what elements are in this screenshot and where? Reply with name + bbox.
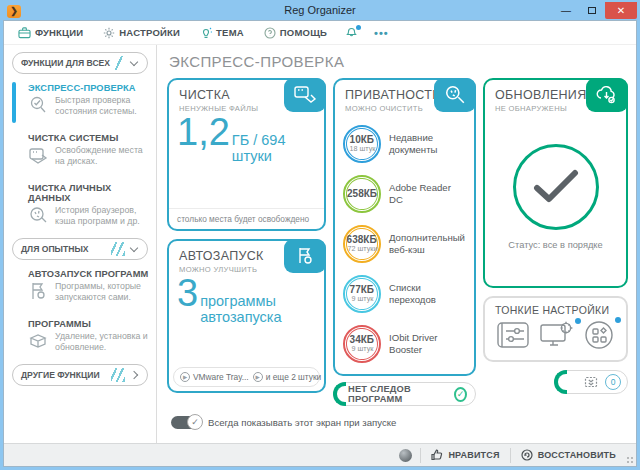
sidebar-item-title: ЧИСТКА СИСТЕМЫ [28, 133, 150, 143]
autostart-more-label: и еще 2 штуки [266, 372, 322, 382]
no-traces-label: НЕТ СЛЕДОВ ПРОГРАММ [348, 384, 448, 404]
statusbar: НРАВИТСЯ ВОССТАНОВИТЬ [4, 443, 636, 466]
menu-settings[interactable]: НАСТРОЙКИ [95, 22, 188, 44]
maximize-icon [588, 7, 596, 14]
item-count: 9 штук [352, 345, 374, 353]
flag-gear-icon [28, 281, 50, 305]
show-on-startup-toggle[interactable]: ✓ [171, 416, 201, 429]
privacy-item-jump-lists[interactable]: 77КБ 9 штук Списки переходов [343, 269, 466, 319]
sidebar-item-system-cleanup[interactable]: ЧИСТКА СИСТЕМЫ Освобождение места на дис… [4, 128, 156, 175]
section-all-label: ФУНКЦИИ ДЛЯ ВСЕХ [21, 58, 110, 68]
minimize-button[interactable]: — [553, 2, 579, 19]
theme-lamp-icon [200, 27, 212, 39]
sidebar-item-desc: Удаление, установка и обновление. [55, 331, 150, 355]
sidebar-section-other[interactable]: ДРУГИЕ ФУНКЦИИ [12, 364, 148, 386]
green-arc-decor [333, 382, 346, 406]
ok-check-circle [513, 144, 599, 230]
privacy-item-adobe-reader[interactable]: 258КБ Adobe Reader DC [343, 169, 466, 219]
autostart-count: 3 [177, 274, 198, 312]
notification-dot [575, 318, 581, 324]
flag-gear-corner-icon [284, 239, 326, 273]
active-indicator [12, 82, 16, 123]
sidebar-item-desc: История браузеров, кэша программ и др. [55, 205, 150, 229]
notification-dot [615, 317, 621, 323]
privacy-card[interactable]: ПРИВАТНОСТЬ МОЖНО ОЧИСТИТЬ 10КБ 18 штук [333, 78, 476, 376]
menubar: ФУНКЦИИ НАСТРОЙКИ ТЕМА ПОМОЩЬ ••• [4, 21, 636, 45]
autostart-unit: программы автозапуска [200, 293, 316, 325]
app-window: ❯ Reg Organizer — ✕ ФУНКЦИИ НАСТРОЙКИ ТЕ… [0, 0, 640, 470]
autostart-value: 3 программы автозапуска [169, 274, 324, 367]
cleaning-card[interactable]: ЧИСТКА НЕНУЖНЫЕ ФАЙЛЫ 1,2 ГБ / 694 штуки… [167, 78, 326, 231]
sidebar-section-all[interactable]: ФУНКЦИИ ДЛЯ ВСЕХ [12, 52, 148, 74]
menu-more-button[interactable]: ••• [368, 27, 395, 39]
autostart-footer: ▶ VMware Tray... ▶ и еще 2 штуки [173, 367, 320, 387]
sliders-panel-icon[interactable] [497, 322, 529, 352]
cloud-download-corner-icon [586, 78, 628, 112]
size-ring: 638КБ 72 штуки [343, 225, 381, 263]
restore-label: ВОССТАНОВИТЬ [538, 450, 616, 460]
gear-icon [103, 27, 115, 39]
sidebar-item-desc: Освобождение места на дисках. [55, 145, 150, 169]
item-label: IObit Driver Booster [389, 332, 466, 356]
check-circle-icon: ✓ [454, 387, 467, 402]
globe-icon[interactable] [399, 449, 412, 462]
stripes-decor [111, 56, 125, 70]
updates-card[interactable]: ОБНОВЛЕНИЯ НЕ ОБНАРУЖЕНЫ Статус: все в п… [483, 78, 628, 288]
cleaning-size: 1,2 [177, 113, 230, 151]
sidebar-item-title: ЭКСПРЕСС-ПРОВЕРКА [28, 83, 150, 93]
close-button[interactable]: ✕ [605, 2, 637, 19]
item-size: 258КБ [347, 189, 377, 200]
no-traces-pill[interactable]: НЕТ СЛЕДОВ ПРОГРАММ ✓ [333, 382, 476, 406]
monitor-gear-icon[interactable] [540, 321, 574, 353]
sidebar-item-express-check[interactable]: ЭКСПРЕСС-ПРОВЕРКА Быстрая проверка состо… [4, 78, 156, 125]
thumbs-up-icon [431, 449, 443, 461]
play-icon: ▶ [180, 372, 190, 382]
autostart-more-chip[interactable]: ▶ и еще 2 штуки [253, 372, 322, 382]
menu-help[interactable]: ПОМОЩЬ [256, 22, 335, 44]
privacy-item-recent-docs[interactable]: 10КБ 18 штук Недавние документы [343, 119, 466, 169]
green-arc-decor [554, 370, 567, 394]
menu-functions[interactable]: ФУНКЦИИ [10, 22, 91, 44]
sidebar-item-private-data[interactable]: ЧИСТКА ЛИЧНЫХ ДАННЫХ История браузеров, … [4, 178, 156, 235]
size-ring: 10КБ 18 штук [343, 125, 381, 163]
menu-theme[interactable]: ТЕМА [192, 22, 252, 44]
card-title: ТОНКИЕ НАСТРОЙКИ [495, 304, 616, 316]
privacy-list: 10КБ 18 штук Недавние документы [335, 113, 474, 369]
restore-icon [521, 449, 533, 461]
sidebar-section-advanced[interactable]: ДЛЯ ОПЫТНЫХ [12, 238, 148, 260]
cleaning-footer: столько места будет освобождено [169, 208, 324, 229]
toggle-label: Всегда показывать этот экран при запуске [208, 417, 396, 428]
apps-circle-icon[interactable] [584, 320, 614, 354]
startup-toggle-row: ✓ Всегда показывать этот экран при запус… [171, 416, 628, 429]
restore-button[interactable]: ВОССТАНОВИТЬ [511, 444, 626, 466]
chip-collapse-icon [583, 375, 599, 389]
window-frame: ФУНКЦИИ НАСТРОЙКИ ТЕМА ПОМОЩЬ ••• [3, 20, 637, 467]
check-icon [533, 169, 579, 205]
maximize-button[interactable] [579, 2, 605, 19]
page-title: ЭКСПРЕСС-ПРОВЕРКА [169, 53, 628, 70]
privacy-item-iobit[interactable]: 34КБ 9 штук IObit Driver Booster [343, 319, 466, 369]
menu-help-label: ПОМОЩЬ [280, 27, 327, 38]
autostart-card[interactable]: АВТОЗАПУСК МОЖНО УЛУЧШИТЬ 3 программы ав… [167, 239, 326, 393]
item-label: Недавние документы [389, 132, 466, 156]
notification-dot [356, 25, 361, 30]
tweaks-card[interactable]: ТОНКИЕ НАСТРОЙКИ [483, 296, 628, 362]
size-ring: 258КБ [343, 175, 381, 213]
sidebar-item-desc: Быстрая проверка состояния системы. [55, 95, 150, 119]
main-panel: ЭКСПРЕСС-ПРОВЕРКА ЧИСТКА НЕНУЖНЫЕ ФАЙЛЫ [157, 45, 636, 443]
menu-theme-label: ТЕМА [216, 27, 244, 38]
disk-cleanup-corner-icon [284, 78, 326, 112]
collapse-pill[interactable]: 0 [554, 370, 628, 394]
sidebar-item-autostart[interactable]: АВТОЗАПУСК ПРОГРАММ Программы, которые з… [4, 264, 156, 311]
autostart-app-chip[interactable]: ▶ VMware Tray... [180, 372, 249, 382]
disk-cleanup-icon [28, 145, 50, 169]
sidebar-item-title: ПРОГРАММЫ [28, 319, 150, 329]
sidebar-item-programs[interactable]: ПРОГРАММЫ Удаление, установка и обновлен… [4, 314, 156, 361]
item-label: Списки переходов [389, 282, 466, 306]
notifications-button[interactable] [339, 24, 364, 42]
chevron-down-icon [130, 243, 138, 251]
privacy-item-web-cache[interactable]: 638КБ 72 штуки Дополнительный веб-кэш [343, 219, 466, 269]
resize-grip[interactable] [626, 456, 634, 464]
like-button[interactable]: НРАВИТСЯ [421, 444, 509, 466]
window-title: Reg Organizer [3, 4, 637, 16]
